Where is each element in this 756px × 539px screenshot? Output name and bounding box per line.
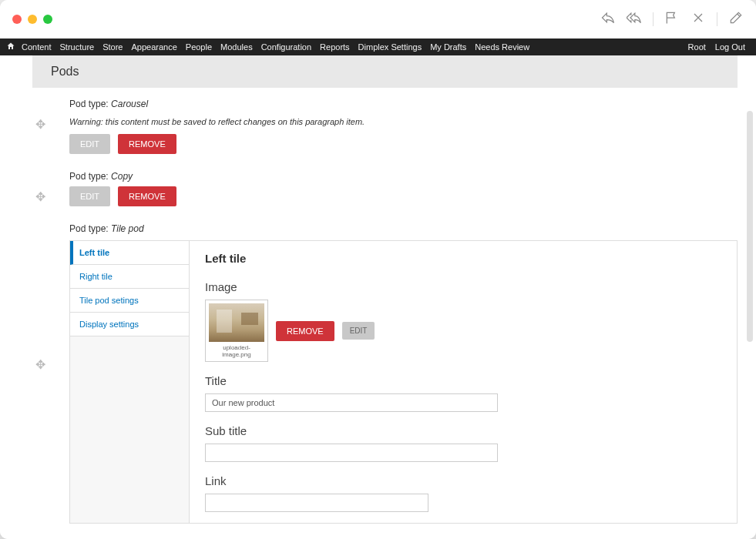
link-input[interactable] — [205, 494, 428, 512]
title-field-label: Title — [205, 374, 721, 387]
menu-store[interactable]: Store — [102, 42, 123, 52]
tab-display-settings[interactable]: Display settings — [70, 313, 189, 336]
tab-panel: Left tile Image uploaded-image.png REMOV… — [190, 241, 737, 523]
image-widget: uploaded-image.png REMOVE EDIT — [205, 300, 721, 362]
pod-tile: ✥ Pod type: Tile pod Left tile Right til… — [0, 213, 756, 530]
subtitle-input[interactable] — [205, 444, 498, 462]
window-maximize-button[interactable] — [43, 15, 52, 24]
remove-button[interactable]: REMOVE — [118, 134, 176, 154]
window-actions — [600, 10, 744, 28]
title-input[interactable] — [205, 393, 498, 412]
menu-structure[interactable]: Structure — [60, 42, 95, 52]
menu-content[interactable]: Content — [22, 42, 52, 52]
pod-copy: ✥ Pod type: Copy EDIT REMOVE — [0, 160, 756, 213]
menu-reports[interactable]: Reports — [320, 42, 350, 52]
traffic-lights — [12, 15, 52, 24]
scrollbar[interactable] — [747, 111, 753, 342]
image-filename: uploaded-image.png — [209, 342, 264, 358]
separator — [717, 12, 717, 26]
window-close-button[interactable] — [12, 15, 22, 24]
menu-modules[interactable]: Modules — [220, 42, 253, 52]
subtitle-field-label: Sub title — [205, 424, 721, 437]
pod-type-label: Pod type: Carousel — [69, 94, 738, 114]
drag-handle-icon[interactable]: ✥ — [32, 219, 48, 372]
image-thumbnail: uploaded-image.png — [205, 300, 268, 362]
pod-type-label: Pod type: Tile pod — [69, 219, 738, 239]
compose-icon[interactable] — [728, 10, 744, 28]
edit-button[interactable]: EDIT — [69, 134, 110, 154]
vertical-tabs: Left tile Right tile Tile pod setings Di… — [70, 241, 190, 523]
home-icon[interactable] — [6, 42, 15, 52]
tab-right-tile[interactable]: Right tile — [70, 265, 189, 289]
window-minimize-button[interactable] — [28, 15, 37, 24]
menu-root[interactable]: Root — [688, 42, 706, 52]
reply-all-icon[interactable] — [627, 10, 642, 28]
close-icon[interactable] — [690, 10, 706, 28]
drag-handle-icon[interactable]: ✥ — [32, 166, 48, 204]
remove-button[interactable]: REMOVE — [118, 186, 176, 206]
admin-menu-bar: Content Structure Store Appearance Peopl… — [0, 38, 756, 55]
pod-type-label: Pod type: Copy — [69, 166, 738, 186]
pods-heading: Pods — [32, 55, 738, 88]
image-edit-button[interactable]: EDIT — [342, 322, 375, 340]
menu-my-drafts[interactable]: My Drafts — [430, 42, 466, 52]
tile-pod-body: Left tile Right tile Tile pod setings Di… — [69, 240, 738, 524]
menu-people[interactable]: People — [186, 42, 212, 52]
menu-configuration[interactable]: Configuration — [261, 42, 311, 52]
edit-button[interactable]: EDIT — [69, 186, 110, 206]
drag-handle-icon[interactable]: ✥ — [32, 94, 48, 132]
image-field-label: Image — [205, 280, 721, 293]
menu-needs-review[interactable]: Needs Review — [475, 42, 529, 52]
reply-icon[interactable] — [600, 10, 616, 28]
menu-dimplex-settings[interactable]: Dimplex Settings — [358, 42, 422, 52]
menu-logout[interactable]: Log Out — [715, 42, 745, 52]
link-field-label: Link — [205, 474, 721, 487]
tab-tile-pod-settings[interactable]: Tile pod setings — [70, 289, 189, 313]
pod-warning-text: Warning: this content must be saved to r… — [69, 114, 738, 134]
tab-left-tile[interactable]: Left tile — [70, 241, 189, 265]
pod-carousel: ✥ Pod type: Carousel Warning: this conte… — [0, 88, 756, 160]
image-remove-button[interactable]: REMOVE — [276, 321, 334, 341]
flag-icon[interactable] — [664, 10, 680, 28]
panel-title: Left tile — [205, 252, 721, 265]
content-area: Pods ✥ Pod type: Carousel Warning: this … — [0, 55, 756, 539]
menu-appearance[interactable]: Appearance — [131, 42, 176, 52]
separator — [653, 12, 654, 26]
window-titlebar — [0, 0, 756, 38]
thumbnail-preview — [209, 303, 264, 342]
